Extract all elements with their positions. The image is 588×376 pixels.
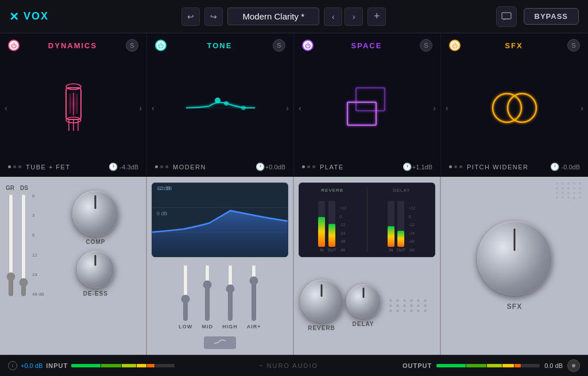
dynamics-header: ⏻ DYNAMICS S — [0, 33, 146, 55]
delay-knob[interactable] — [346, 284, 381, 319]
reverb-knob-wrap: REVERB — [300, 280, 343, 331]
sfx-next-icon[interactable]: › — [581, 103, 583, 113]
info-icon[interactable]: i — [8, 361, 17, 370]
mid-slider[interactable] — [202, 264, 213, 321]
output-db: 0.0 dB — [544, 362, 563, 369]
dynamics-next-icon[interactable]: › — [139, 103, 142, 113]
chat-button[interactable] — [496, 6, 517, 27]
top-bar: ✕ VOX ↩ ↪ Modern Clarity * ‹ › + BYPASS — [0, 0, 588, 33]
tube-fet-icon — [55, 76, 92, 139]
delay-meters-row: IN OUT +120-12-24-48-96 — [388, 195, 416, 252]
sfx-knob[interactable] — [477, 221, 552, 296]
svg-rect-16 — [347, 102, 376, 125]
delay-knob-label: DELAY — [353, 321, 374, 327]
space-next-icon[interactable]: › — [433, 103, 436, 113]
preset-name[interactable]: Modern Clarity * — [227, 7, 319, 25]
eq-controls: 12 dB 0 dB -12 dB — [147, 177, 294, 355]
space-power-button[interactable]: ⏻ — [302, 40, 314, 51]
svg-rect-15 — [356, 88, 385, 111]
reverb-scale: +120-12-24-48-96 — [339, 206, 346, 252]
comp-knob[interactable] — [72, 191, 118, 237]
input-meter-bar — [71, 364, 175, 367]
high-label: HIGH — [222, 324, 238, 330]
airplus-slider-wrap: AIR+ — [247, 264, 261, 330]
next-preset-button[interactable]: › — [345, 7, 363, 26]
space-s-button[interactable]: S — [420, 39, 432, 52]
reverb-out-label: OUT — [327, 248, 336, 252]
reverb-in-label: IN — [320, 248, 324, 252]
sfx-visual: ‹ › — [441, 55, 588, 160]
dynamics-s-button[interactable]: S — [126, 39, 138, 52]
tone-power-button[interactable]: ⏻ — [155, 40, 167, 51]
delay-out-meter — [397, 201, 404, 247]
reverb-out-meter — [328, 201, 335, 247]
dynamics-prev-icon[interactable]: ‹ — [5, 103, 7, 113]
slider-labels: GR DS — [6, 185, 44, 191]
low-label: LOW — [179, 324, 192, 330]
mid-slider-wrap: MID — [202, 264, 213, 330]
eq-curve-icon-btn — [213, 339, 227, 346]
tone-clock-icon: 🕐 — [256, 162, 265, 171]
svg-point-7 — [68, 92, 79, 115]
deess-label: DE-ESS — [83, 290, 108, 297]
airplus-slider[interactable] — [248, 264, 260, 321]
reverb-knob[interactable] — [300, 280, 343, 323]
chat-icon — [501, 12, 512, 21]
tone-visual: ‹ › — [147, 55, 293, 160]
space-clock-icon: 🕐 — [403, 162, 412, 171]
tone-prev-icon[interactable]: ‹ — [152, 103, 154, 113]
bypass-button[interactable]: BYPASS — [524, 8, 579, 25]
logo-text: VOX — [24, 10, 49, 22]
sfx-prev-icon[interactable]: ‹ — [446, 103, 448, 113]
ds-label: DS — [20, 185, 28, 191]
sfx-power-button[interactable]: ⏻ — [449, 40, 461, 51]
dynamics-sliders: GR DS 036122448 dB — [6, 185, 44, 347]
gr-slider[interactable] — [6, 193, 16, 297]
undo-button[interactable]: ↩ — [181, 7, 200, 26]
logo-x-icon: ✕ — [9, 10, 20, 24]
reverb-out-wrap: OUT — [327, 201, 336, 252]
tone-s-button[interactable]: S — [273, 39, 285, 52]
reverb-meter-title: REVERB — [321, 188, 343, 193]
space-knobs-row: REVERB DELAY — [299, 262, 435, 349]
speaker-dots — [384, 293, 434, 318]
eq-type-button[interactable] — [204, 336, 236, 349]
space-effect-name: PLATE — [320, 164, 403, 170]
slider-scale: 036122448 dB — [32, 193, 44, 297]
high-slider-wrap: HIGH — [222, 264, 238, 330]
sfx-s-button[interactable]: S — [567, 39, 580, 52]
delay-out-wrap: OUT — [397, 201, 405, 252]
bottom-center: ~ NURO AUDIO — [175, 362, 403, 369]
deess-knob-wrap: DE-ESS — [77, 251, 114, 297]
dynamics-power-button[interactable]: ⏻ — [8, 40, 20, 51]
module-strip: ⏻ DYNAMICS S ‹ — [0, 33, 588, 177]
output-knob-icon[interactable] — [567, 359, 580, 372]
controls-strip: GR DS 036122448 dB COMP — [0, 177, 588, 355]
tone-next-icon[interactable]: › — [286, 103, 289, 113]
eq-sliders-row: LOW MID HIGH AIR+ — [152, 262, 288, 332]
delay-meter-group: DELAY IN OUT +120- — [373, 188, 431, 252]
preset-nav: ‹ › — [324, 7, 363, 26]
high-slider[interactable] — [225, 264, 236, 321]
low-slider[interactable] — [180, 264, 191, 321]
dynamics-clock-icon: 🕐 — [109, 162, 118, 171]
space-prev-icon[interactable]: ‹ — [299, 103, 301, 113]
top-center: ↩ ↪ Modern Clarity * ‹ › + — [72, 7, 496, 26]
space-meters: REVERB IN OUT +120 — [299, 183, 435, 257]
sfx-knob-wrap: SFX — [477, 221, 552, 311]
svg-point-14 — [241, 106, 246, 110]
input-label: INPUT — [46, 362, 68, 369]
add-preset-button[interactable]: + — [368, 7, 386, 26]
dynamics-db-value: -4.3dB — [118, 164, 138, 170]
delay-out-label: OUT — [397, 248, 405, 252]
tone-db-value: +0.0dB — [265, 164, 285, 170]
prev-preset-button[interactable]: ‹ — [324, 7, 342, 26]
ds-slider[interactable] — [18, 193, 29, 297]
meter-divider — [367, 188, 368, 252]
sfx-module: ⏻ SFX S ‹ › PITCH WIDE — [441, 33, 588, 176]
dynamics-title: DYNAMICS — [48, 41, 97, 50]
deess-knob[interactable] — [77, 251, 114, 288]
input-db: +0.0 dB — [21, 362, 42, 369]
sfx-clock-icon: 🕐 — [550, 162, 559, 171]
redo-button[interactable]: ↪ — [204, 7, 223, 26]
